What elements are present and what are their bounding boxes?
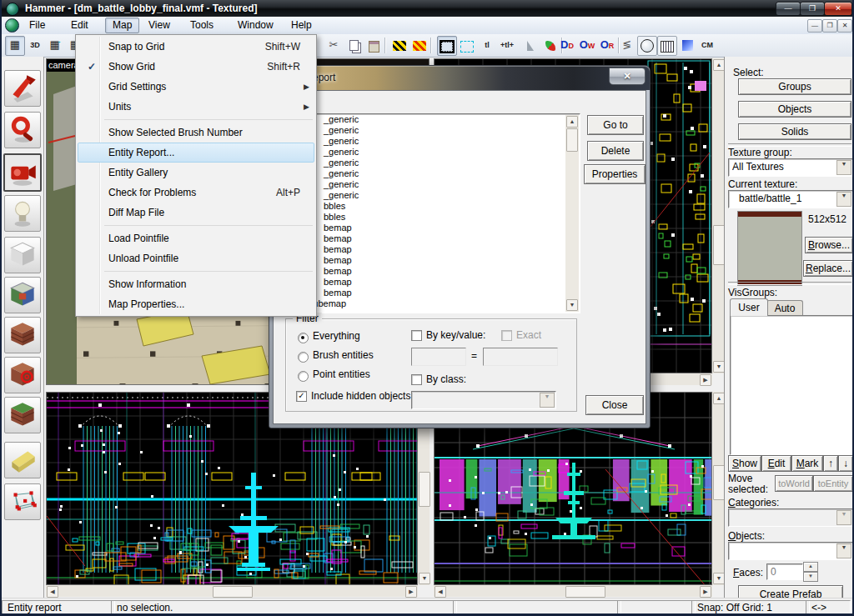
run-or-icon[interactable]: OR [597, 36, 617, 56]
vertical-scrollbar[interactable]: ▲▼ [712, 392, 724, 585]
entity-list[interactable]: _generic_generic_generic_generic_generic… [285, 113, 580, 313]
scroll-right-icon[interactable]: ▶ [405, 586, 417, 598]
entity-list-item[interactable]: bemap [286, 244, 580, 255]
scroll-down-icon[interactable]: ▼ [419, 573, 430, 584]
entity-list-item[interactable]: _generic [286, 114, 580, 125]
cm-icon[interactable]: CM [697, 36, 717, 56]
entity-list-item[interactable]: bemap [286, 255, 580, 266]
menu-help[interactable]: Help [284, 18, 319, 33]
window-maximize-button[interactable]: ❐ [800, 2, 825, 16]
copy-icon[interactable] [344, 36, 364, 56]
mdi-minimize-button[interactable]: — [807, 19, 822, 33]
run-ow-icon[interactable]: OW [577, 36, 597, 56]
visgroup-edit-button[interactable]: Edit [761, 455, 791, 472]
entity-list-item[interactable]: _generic [286, 125, 580, 136]
chevron-down-icon[interactable]: ▼ [836, 510, 851, 525]
menu-item-entity-report[interactable]: Entity Report... [78, 143, 314, 163]
visgroup-mark-button[interactable]: Mark [791, 455, 823, 472]
visgroups-list[interactable] [730, 315, 853, 455]
properties-button[interactable]: Properties [584, 164, 646, 184]
by-keyvalue-checkbox[interactable] [411, 330, 422, 341]
menu-item-show-grid[interactable]: ✓Show GridShift+R [78, 57, 314, 77]
delete-button[interactable]: Delete [587, 141, 644, 161]
entity-tool[interactable] [4, 195, 41, 232]
menu-item-snap-to-grid[interactable]: Snap to GridShift+W [78, 37, 314, 57]
texture-lock-icon[interactable]: tl [477, 36, 497, 56]
menu-map[interactable]: Map [105, 18, 139, 33]
include-hidden-checkbox[interactable]: ✓ [296, 391, 307, 402]
grid-3d-icon[interactable]: 3D [25, 36, 45, 56]
menu-item-map-properties[interactable]: Map Properties... [78, 294, 314, 314]
horizontal-scrollbar[interactable]: ◀▶ [434, 585, 712, 597]
entity-list-item[interactable]: _generic [286, 147, 580, 158]
scrollbar-thumb[interactable] [713, 465, 725, 500]
vertical-scrollbar[interactable]: ▲▼ [712, 58, 724, 373]
by-class-checkbox[interactable] [411, 374, 422, 385]
map-menu-popup[interactable]: Snap to GridShift+W✓Show GridShift+RGrid… [75, 34, 317, 317]
menu-view[interactable]: View [141, 18, 178, 33]
entity-list-scrollbar[interactable]: ▲ ▼ [565, 115, 579, 312]
scroll-up-icon[interactable]: ▲ [713, 393, 725, 404]
menu-item-unload-pointfile[interactable]: Unload Pointfile [78, 248, 314, 268]
scroll-up-icon[interactable]: ▲ [566, 116, 578, 128]
carve-icon[interactable] [389, 36, 409, 56]
value-input[interactable] [483, 348, 558, 366]
spinner-up-icon[interactable]: ▲ [803, 562, 818, 572]
entity-list-item[interactable]: bemap [286, 288, 580, 298]
entity-list-item[interactable]: _generic [286, 136, 580, 147]
selection-handles-icon[interactable] [437, 36, 457, 56]
chevron-down-icon[interactable]: ▼ [836, 160, 851, 175]
entity-list-item[interactable]: bbles [286, 201, 580, 212]
current-texture-combo[interactable]: battle/battle_1 ▼ [728, 190, 853, 208]
mdi-close-button[interactable]: ✕ [837, 19, 852, 33]
sphere-icon[interactable] [637, 36, 657, 56]
entity-list-item[interactable]: bemap [286, 277, 580, 288]
mdi-restore-button[interactable]: ❐ [822, 19, 837, 33]
window-minimize-button[interactable]: — [776, 2, 801, 16]
menu-edit[interactable]: Edit [63, 18, 96, 33]
vertex-tool[interactable] [4, 483, 41, 520]
close-button[interactable]: Close [585, 395, 644, 415]
texture-group-combo[interactable]: All Textures ▼ [728, 158, 853, 177]
scroll-right-icon[interactable]: ▶ [700, 586, 711, 598]
decal-tool[interactable] [4, 357, 41, 393]
dialog-title-bar[interactable]: Entity Report ✕ [269, 66, 650, 90]
texture-lock-scale-icon[interactable]: +tl+ [497, 36, 517, 56]
browse-button[interactable]: Browse... [805, 237, 853, 253]
paste-icon[interactable] [364, 36, 384, 56]
entity-report-dialog[interactable]: Entity Report ✕ _generic_generic_generic… [269, 65, 651, 428]
entity-list-item[interactable]: bemap [286, 223, 580, 233]
chevron-down-icon[interactable]: ▼ [540, 393, 555, 408]
block-tool[interactable] [4, 237, 41, 273]
radio-brush-entities[interactable] [298, 352, 309, 363]
entity-list-item[interactable]: bbles [286, 212, 580, 223]
key-input[interactable] [411, 348, 466, 366]
faces-input[interactable]: 0 [766, 563, 803, 580]
displacement-icon[interactable] [677, 36, 697, 56]
menu-item-show-selected-brush-number[interactable]: Show Selected Brush Number [78, 123, 314, 143]
entity-list-item[interactable]: bemap [286, 266, 580, 277]
menu-item-units[interactable]: Units▶ [78, 97, 314, 117]
hatch-window-icon[interactable] [657, 36, 677, 56]
chevron-down-icon[interactable]: ▼ [836, 543, 851, 558]
toentity-button[interactable]: toEntity [813, 475, 853, 492]
objects-combo[interactable]: ▼ [728, 542, 853, 560]
scrollbar-thumb[interactable] [713, 225, 725, 265]
visgroup-show-button[interactable]: Show [728, 455, 761, 472]
select-groups-button[interactable]: Groups [738, 78, 851, 95]
overlay-tool[interactable] [4, 397, 41, 433]
menu-window[interactable]: Window [230, 18, 281, 33]
move-down-icon[interactable]: ↓ [838, 455, 853, 472]
clipping-tool[interactable] [4, 442, 41, 478]
menu-item-show-information[interactable]: Show Information [78, 274, 314, 294]
entity-list-item[interactable]: env_cubemap [286, 298, 580, 309]
entity-list-item[interactable]: _generic [286, 179, 580, 190]
menu-tools[interactable]: Tools [183, 18, 221, 33]
move-up-icon[interactable]: ↑ [823, 455, 838, 472]
magnify-tool[interactable] [4, 112, 41, 148]
scroll-down-icon[interactable]: ▼ [713, 361, 725, 373]
menu-item-load-pointfile[interactable]: Load Pointfile [78, 228, 314, 248]
menu-bar[interactable]: FileEditMapViewToolsWindowHelp —❐✕ [0, 17, 854, 35]
menu-item-check-for-problems[interactable]: Check for ProblemsAlt+P [78, 183, 314, 203]
menu-item-entity-gallery[interactable]: Entity Gallery [78, 163, 314, 183]
